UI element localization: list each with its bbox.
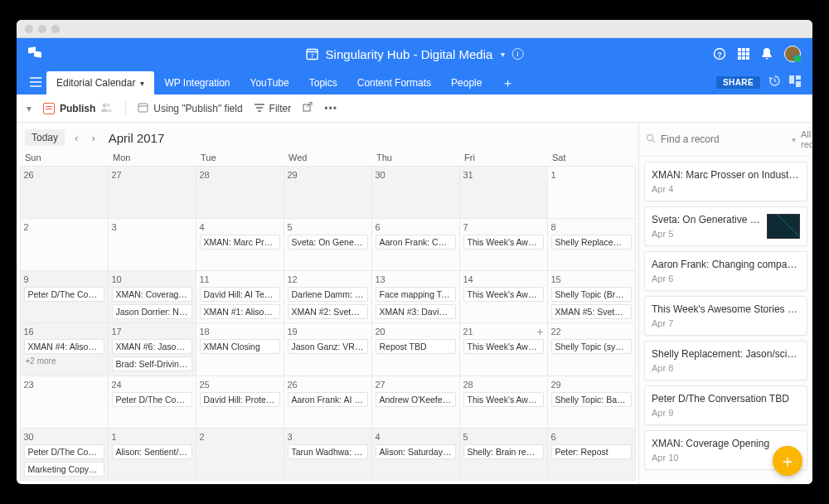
calendar-event[interactable]: Peter: Repost (551, 444, 632, 459)
calendar-cell[interactable]: 5Shelly: Brain regio… (459, 428, 548, 481)
calendar-cell[interactable]: 1 (547, 166, 636, 219)
calendar-event[interactable]: This Week's Awes… (463, 287, 544, 302)
calendar-event[interactable]: XMAN #6: Jason (… (112, 339, 192, 354)
view-switcher[interactable]: Publish (43, 102, 114, 114)
calendar-event[interactable]: Peter D/The Conv… (112, 392, 192, 407)
calendar-event[interactable]: Shelly Replaceme… (551, 235, 632, 250)
calendar-event[interactable]: This Week's Awes… (463, 339, 544, 354)
history-icon[interactable] (768, 75, 781, 90)
calendar-event[interactable]: Andrew O'Keefe: … (376, 392, 456, 407)
tab-topics[interactable]: Topics (299, 71, 347, 94)
calendar-cell[interactable]: 21+This Week's Awes… (459, 322, 548, 376)
record-card[interactable]: This Week's Awesome Stories Fro…Apr 7 (644, 296, 807, 336)
calendar-event[interactable]: Shelly: Brain regio… (463, 444, 544, 459)
more-icon[interactable]: ••• (324, 103, 337, 114)
records-scope-label[interactable]: All records (801, 129, 812, 149)
calendar-cell[interactable]: 31 (459, 166, 548, 219)
calendar-cell[interactable]: 3Tarun Wadhwa: F… (284, 428, 372, 481)
calendar-cell[interactable]: 2 (20, 218, 109, 271)
calendar-event[interactable]: XMAN #1: Alison (… (200, 304, 280, 319)
calendar-cell[interactable]: 7This Week's Awes… (459, 218, 548, 271)
calendar-cell[interactable]: 30 (371, 166, 460, 219)
traffic-light-close[interactable] (25, 25, 33, 33)
calendar-event[interactable]: Brad: Self-Driving… (112, 356, 192, 371)
calendar-event[interactable]: Shelly Topic (synt… (551, 339, 632, 354)
calendar-cell[interactable]: 29 (284, 166, 372, 219)
calendar-cell[interactable]: 23 (20, 376, 109, 429)
prev-month-button[interactable]: ‹ (71, 132, 81, 144)
calendar-event[interactable]: David Hill: AI Teac… (200, 287, 280, 302)
today-button[interactable]: Today (25, 129, 65, 146)
calendar-cell[interactable]: 1Alison: Sentient/a… (108, 428, 196, 481)
calendar-cell[interactable]: 4Alison: Saturday C… (371, 428, 460, 481)
calendar-cell[interactable]: 26 (20, 166, 109, 219)
calendar-cell[interactable]: 30Peter D/The Conv…Marketing Copyw… (20, 428, 109, 481)
calendar-event[interactable]: XMAN #2: Sveta (… (288, 304, 368, 319)
more-events[interactable]: +2 more (24, 356, 104, 366)
add-record-button[interactable]: ＋ (773, 446, 802, 476)
tab-content-formats[interactable]: Content Formats (347, 71, 441, 94)
calendar-cell[interactable]: 11David Hill: AI Teac…XMAN #1: Alison (… (196, 270, 284, 323)
hamburger-icon[interactable] (25, 70, 46, 94)
calendar-cell[interactable]: 17XMAN #6: Jason (…Brad: Self-Driving… (108, 322, 196, 376)
tab-people[interactable]: People (441, 71, 492, 94)
calendar-cell[interactable]: 22Shelly Topic (synt… (547, 322, 636, 376)
calendar-cell[interactable]: 13Face mapping Tec…XMAN #3: David (… (371, 270, 460, 323)
calendar-cell[interactable]: 26Aaron Frank: AI re… (284, 376, 372, 429)
blocks-icon[interactable] (789, 75, 801, 90)
calendar-event[interactable]: XMAN #4: Alison … (24, 339, 104, 354)
calendar-cell[interactable]: 29Shelly Topic: Bank… (547, 376, 636, 429)
calendar-event[interactable]: XMAN #5: Sveta (… (551, 304, 632, 319)
calendar-cell[interactable]: 3 (108, 218, 196, 271)
calendar-event[interactable]: Repost TBD (376, 339, 456, 354)
calendar-cell[interactable]: 5Sveta: On Genera… (284, 218, 372, 271)
record-card[interactable]: Shelly Replacement: Jason/sci-fi s…Apr 8 (644, 341, 807, 380)
calendar-event[interactable]: Darlene Damm: G… (288, 287, 368, 302)
calendar-event[interactable]: Sveta: On Genera… (288, 235, 368, 250)
calendar-event[interactable]: Face mapping Tec… (376, 287, 456, 302)
brand-icon[interactable] (28, 47, 43, 61)
calendar-cell[interactable]: 10XMAN: Coverage …Jason Dorrier: Na… (108, 270, 196, 323)
calendar-cell[interactable]: 24Peter D/The Conv… (108, 376, 196, 429)
tab-youtube[interactable]: YouTube (240, 71, 299, 94)
calendar-cell[interactable]: 2 (196, 428, 284, 481)
calendar-cell[interactable]: 16XMAN #4: Alison …+2 more (20, 322, 109, 376)
calendar-event[interactable]: Jason Dorrier: Na… (112, 304, 192, 319)
share-button[interactable]: SHARE (716, 76, 760, 89)
calendar-cell[interactable]: 28This Week's Awes… (459, 376, 548, 429)
calendar-cell[interactable]: 27 (108, 166, 196, 219)
tab-editorial-calendar[interactable]: Editorial Calendar ▾ (46, 71, 154, 94)
record-card[interactable]: XMAN: Marc Prosser on Industrial …Apr 4 (644, 162, 807, 201)
search-input[interactable] (661, 133, 785, 145)
add-tab-button[interactable]: ＋ (492, 71, 511, 94)
calendar-cell[interactable]: 18XMAN Closing (196, 322, 284, 376)
calendar-event[interactable]: Jason Ganz: VR M… (288, 339, 368, 354)
calendar-event[interactable]: This Week's Awes… (463, 392, 544, 407)
calendar-event[interactable]: Aaron Frank: Chan… (376, 235, 456, 250)
calendar-cell[interactable]: 14This Week's Awes… (459, 270, 548, 323)
calendar-event[interactable]: Alison: Saturday C… (376, 444, 456, 459)
calendar-event[interactable]: XMAN #3: David (… (376, 304, 456, 319)
traffic-light-min[interactable] (38, 25, 46, 33)
calendar-event[interactable]: XMAN Closing (200, 339, 280, 354)
calendar-cell[interactable]: 25David Hill: Protein… (196, 376, 284, 429)
calendar-cell[interactable]: 6Peter: Repost (547, 428, 636, 481)
calendar-cell[interactable]: 12Darlene Damm: G…XMAN #2: Sveta (… (284, 270, 372, 323)
calendar-event[interactable]: Peter D/The Conv… (24, 444, 104, 459)
filter-button[interactable]: Filter (255, 103, 292, 114)
calendar-event[interactable]: Peter D/The Conv… (24, 287, 104, 302)
calendar-cell[interactable]: 27Andrew O'Keefe: … (371, 376, 460, 429)
bell-icon[interactable] (761, 47, 773, 61)
apps-grid-icon[interactable] (738, 48, 749, 60)
traffic-light-max[interactable] (51, 25, 60, 33)
calendar-cell[interactable]: 15Shelly Topic (Brai…XMAN #5: Sveta (… (547, 270, 636, 323)
calendar-event[interactable]: XMAN: Coverage … (112, 287, 192, 302)
calendar-cell[interactable]: 19Jason Ganz: VR M… (284, 322, 372, 376)
add-event-icon[interactable]: + (536, 327, 543, 336)
calendar-event[interactable]: David Hill: Protein… (200, 392, 280, 407)
calendar-event[interactable]: This Week's Awes… (463, 235, 544, 250)
calendar-cell[interactable]: 9Peter D/The Conv… (20, 270, 109, 323)
share-view-icon[interactable] (303, 102, 313, 114)
calendar-cell[interactable]: 6Aaron Frank: Chan… (371, 218, 460, 271)
record-card[interactable]: Sveta: On Generative De…Apr 5 (644, 206, 807, 246)
